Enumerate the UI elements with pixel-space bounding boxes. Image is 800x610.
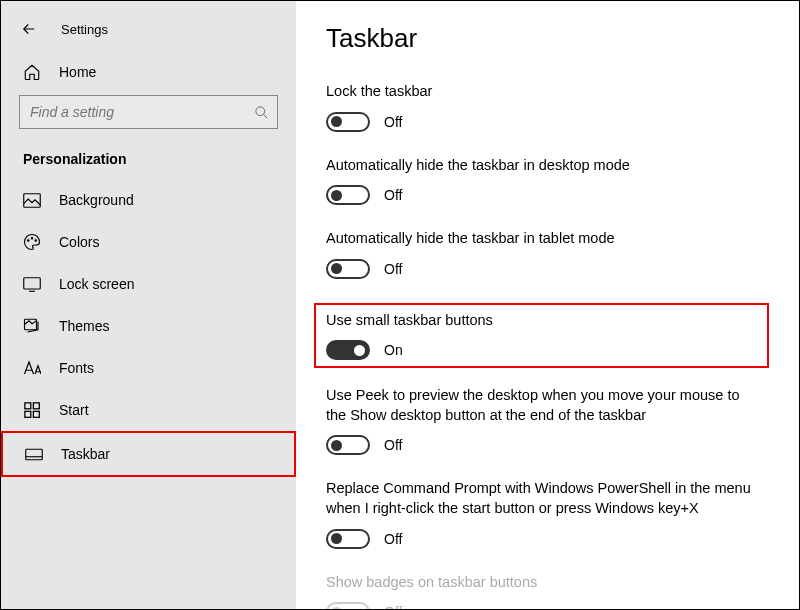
main-content: Taskbar Lock the taskbar Off Automatical… [296, 1, 799, 609]
svg-rect-10 [33, 411, 39, 417]
setting-replace-cmd: Replace Command Prompt with Windows Powe… [326, 479, 769, 548]
setting-label: Lock the taskbar [326, 82, 756, 102]
setting-label: Replace Command Prompt with Windows Powe… [326, 479, 756, 518]
image-icon [23, 191, 41, 209]
toggle-state: Off [384, 187, 402, 203]
category-title: Personalization [1, 147, 296, 179]
setting-label: Automatically hide the taskbar in tablet… [326, 229, 756, 249]
home-icon [23, 63, 41, 81]
back-button[interactable] [17, 17, 41, 41]
fonts-icon [23, 359, 41, 377]
start-icon [23, 401, 41, 419]
nav-label: Fonts [59, 360, 94, 376]
toggle-state: Off [384, 604, 402, 609]
toggle-state: On [384, 342, 403, 358]
app-title: Settings [61, 22, 108, 37]
svg-point-4 [35, 240, 37, 242]
toggle-autohide-tablet[interactable] [326, 259, 370, 279]
sidebar-item-taskbar[interactable]: Taskbar [1, 431, 296, 477]
sidebar-item-background[interactable]: Background [1, 179, 296, 221]
setting-lock-taskbar: Lock the taskbar Off [326, 82, 769, 132]
page-title: Taskbar [326, 23, 769, 54]
svg-point-2 [28, 240, 30, 242]
svg-rect-8 [33, 402, 39, 408]
toggle-replace-cmd[interactable] [326, 529, 370, 549]
toggle-show-badges [326, 602, 370, 609]
setting-label: Show badges on taskbar buttons [326, 573, 756, 593]
nav-label: Themes [59, 318, 110, 334]
taskbar-icon [25, 445, 43, 463]
setting-label: Use small taskbar buttons [326, 311, 756, 331]
sidebar: Settings Home Personalization Background… [1, 1, 296, 609]
svg-point-0 [255, 106, 264, 115]
svg-rect-7 [24, 402, 30, 408]
svg-rect-9 [24, 411, 30, 417]
sidebar-item-colors[interactable]: Colors [1, 221, 296, 263]
search-box[interactable] [19, 95, 278, 129]
themes-icon [23, 317, 41, 335]
svg-point-3 [31, 238, 33, 240]
setting-peek-preview: Use Peek to preview the desktop when you… [326, 386, 769, 455]
nav-label: Colors [59, 234, 99, 250]
toggle-state: Off [384, 114, 402, 130]
search-input[interactable] [30, 104, 253, 120]
toggle-state: Off [384, 531, 402, 547]
toggle-state: Off [384, 261, 402, 277]
toggle-state: Off [384, 437, 402, 453]
home-label: Home [59, 64, 96, 80]
palette-icon [23, 233, 41, 251]
svg-rect-6 [25, 319, 37, 330]
setting-autohide-desktop: Automatically hide the taskbar in deskto… [326, 156, 769, 206]
setting-autohide-tablet: Automatically hide the taskbar in tablet… [326, 229, 769, 279]
toggle-small-buttons[interactable] [326, 340, 370, 360]
arrow-left-icon [20, 20, 38, 38]
svg-rect-11 [26, 449, 43, 460]
nav-label: Start [59, 402, 89, 418]
lock-screen-icon [23, 275, 41, 293]
nav-label: Lock screen [59, 276, 134, 292]
sidebar-item-fonts[interactable]: Fonts [1, 347, 296, 389]
title-bar: Settings [1, 9, 296, 53]
setting-show-badges: Show badges on taskbar buttons Off [326, 573, 769, 610]
svg-rect-5 [24, 277, 41, 288]
sidebar-item-start[interactable]: Start [1, 389, 296, 431]
sidebar-item-themes[interactable]: Themes [1, 305, 296, 347]
setting-small-buttons: Use small taskbar buttons On [314, 303, 769, 369]
sidebar-item-lock-screen[interactable]: Lock screen [1, 263, 296, 305]
sidebar-item-home[interactable]: Home [1, 53, 296, 91]
nav-label: Taskbar [61, 446, 110, 462]
setting-label: Use Peek to preview the desktop when you… [326, 386, 756, 425]
setting-label: Automatically hide the taskbar in deskto… [326, 156, 756, 176]
toggle-lock-taskbar[interactable] [326, 112, 370, 132]
toggle-autohide-desktop[interactable] [326, 185, 370, 205]
search-icon [253, 104, 269, 120]
toggle-peek-preview[interactable] [326, 435, 370, 455]
nav-label: Background [59, 192, 134, 208]
